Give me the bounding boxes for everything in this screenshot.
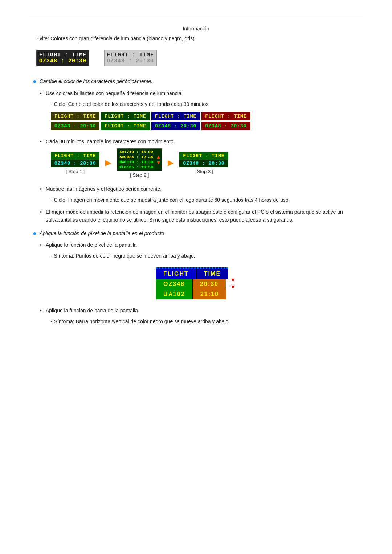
blue-dot-2-icon: ● bbox=[33, 230, 37, 237]
plain-bullet-5: Aplique la función de píxel de la pantal… bbox=[40, 241, 363, 249]
step-1-header: FLIGHT : TIME bbox=[51, 152, 99, 160]
pixel-header-flight: FLIGHT bbox=[156, 269, 196, 279]
step-3-data: OZ348 : 20:30 bbox=[179, 160, 228, 167]
pixel-header-row: FLIGHT TIME bbox=[156, 267, 228, 279]
dark-flight-display: FLIGHT : TIME OZ348 : 20:30 bbox=[36, 50, 89, 66]
step-1-display: FLIGHT : TIME OZ348 : 20:30 bbox=[51, 152, 99, 167]
pixel-data-row-2: UA102 21:10 bbox=[156, 289, 228, 299]
cycle-section: FLIGHT : TIME FLIGHT : TIME FLIGHT : TIM… bbox=[51, 112, 363, 130]
scroll-arrows: ▲ ▼ bbox=[156, 154, 161, 165]
bottom-rule bbox=[29, 340, 363, 340]
bullet-2-text: Aplique la función de píxel de la pantal… bbox=[40, 229, 164, 237]
step-3-display: FLIGHT : TIME OZ348 : 20:30 bbox=[179, 152, 228, 167]
cycle-header-1: FLIGHT : TIME bbox=[51, 112, 99, 120]
step-2-line-3: UA0110 : 13:30 bbox=[118, 160, 154, 165]
sub-text-4: - Síntoma: Barra horizontal/vertical de … bbox=[51, 317, 363, 325]
gray-display-data: OZ348 : 20:30 bbox=[107, 58, 154, 64]
sub-text-1: - Ciclo: Cambie el color de los caracter… bbox=[51, 100, 363, 108]
cycle-data-3: OZ348 : 20:30 bbox=[151, 122, 200, 130]
page-title: Información bbox=[29, 26, 363, 32]
plain-bullet-3: Muestre las imágenes y el logotipo perió… bbox=[40, 185, 363, 193]
pixel-display-section: FLIGHT TIME OZ348 20:30 UA102 21:10 ▼ ▼ bbox=[29, 267, 363, 299]
blue-bullet-2: ● Aplique la función de píxel de la pant… bbox=[33, 229, 363, 237]
gray-flight-display: FLIGHT : TIME OZ348 : 20:30 bbox=[104, 50, 157, 66]
cycle-header-4: FLIGHT : TIME bbox=[201, 112, 250, 120]
step-2-line-2: AA0025 : 12:35 bbox=[118, 155, 154, 160]
plain-bullet-1: Use colores brillantes con pequeña difer… bbox=[40, 89, 363, 97]
plain-bullet-4: El mejor modo de impedir la retención de… bbox=[40, 208, 363, 224]
step-2-content: KA1710 : 16:00 AA0025 : 12:35 UA0110 : 1… bbox=[118, 149, 154, 170]
steps-row: FLIGHT : TIME OZ348 : 20:30 [ Step 1 ] ►… bbox=[51, 148, 363, 178]
pixel-data-2110: 21:10 bbox=[193, 289, 226, 299]
plain-bullet-2: Cada 30 minutos, cambie los caracteres c… bbox=[40, 138, 363, 145]
down-arrow-2-icon: ▼ bbox=[230, 283, 236, 290]
pixel-with-arrow: FLIGHT TIME OZ348 20:30 UA102 21:10 ▼ ▼ bbox=[156, 267, 236, 299]
blue-bullet-1: ● Cambie el color de los caracteres peri… bbox=[33, 77, 363, 85]
step-2-label: [ Step 2 ] bbox=[117, 172, 162, 178]
page-container: Información Evite: Colores con gran dife… bbox=[0, 0, 392, 362]
cycle-headers-row: FLIGHT : TIME FLIGHT : TIME FLIGHT : TIM… bbox=[51, 112, 363, 120]
cycle-data-4: OZ348 : 20:30 bbox=[201, 122, 250, 130]
step-3-header: FLIGHT : TIME bbox=[179, 152, 228, 160]
pixel-data-2030: 20:30 bbox=[193, 279, 226, 289]
step-1-data: OZ348 : 20:30 bbox=[51, 160, 99, 167]
plain-bullet-6: Aplique la función de barra de la pantal… bbox=[40, 307, 363, 315]
bullet-1-text: Cambie el color de los caracteres periód… bbox=[40, 77, 152, 85]
dark-display-data: OZ348 : 20:30 bbox=[39, 58, 86, 64]
cycle-data-row: OZ348 : 20:30 FLIGHT : TIME OZ348 : 20:3… bbox=[51, 122, 363, 130]
pixel-header-time: TIME bbox=[197, 269, 228, 279]
pixel-data-ua102: UA102 bbox=[156, 289, 192, 299]
sub-text-3: - Síntoma: Puntos de color negro que se … bbox=[51, 252, 363, 260]
gray-display-header: FLIGHT : TIME bbox=[107, 52, 154, 58]
scroll-up-icon: ▲ bbox=[156, 154, 161, 160]
sub-text-2: - Ciclo: Imagen en movimiento que se mue… bbox=[51, 196, 363, 204]
intro-text: Evite: Colores con gran diferencia de lu… bbox=[36, 34, 363, 42]
top-rule bbox=[29, 15, 363, 15]
dark-display-header: FLIGHT : TIME bbox=[39, 52, 86, 58]
steps-section: FLIGHT : TIME OZ348 : 20:30 [ Step 1 ] ►… bbox=[51, 148, 363, 178]
cycle-data-1: OZ348 : 20:30 bbox=[51, 122, 99, 130]
comparison-row: FLIGHT : TIME OZ348 : 20:30 FLIGHT : TIM… bbox=[36, 50, 363, 66]
scroll-down-icon: ▼ bbox=[156, 160, 161, 165]
step-2-display: KA1710 : 16:00 AA0025 : 12:35 UA0110 : 1… bbox=[117, 148, 162, 171]
step-3-box: FLIGHT : TIME OZ348 : 20:30 [ Step 3 ] bbox=[179, 152, 228, 174]
arrow-2-icon: ► bbox=[166, 157, 176, 169]
cycle-data-2: FLIGHT : TIME bbox=[101, 122, 150, 130]
pixel-display: FLIGHT TIME OZ348 20:30 UA102 21:10 bbox=[156, 267, 228, 299]
step-1-label: [ Step 1 ] bbox=[51, 169, 99, 174]
down-arrow-1-icon: ▼ bbox=[230, 276, 236, 283]
cycle-header-2: FLIGHT : TIME bbox=[101, 112, 150, 120]
step-2-line-4: KL0105 : 19:50 bbox=[118, 165, 154, 170]
arrow-1-icon: ► bbox=[103, 157, 113, 169]
pixel-data-oz348: OZ348 bbox=[156, 279, 192, 289]
step-2-box: KA1710 : 16:00 AA0025 : 12:35 UA0110 : 1… bbox=[117, 148, 162, 178]
step-3-label: [ Step 3 ] bbox=[179, 169, 228, 174]
step-2-row: KA1710 : 16:00 AA0025 : 12:35 UA0110 : 1… bbox=[118, 149, 161, 170]
pixel-data-row-1: OZ348 20:30 bbox=[156, 279, 228, 289]
blue-dot-icon: ● bbox=[33, 78, 37, 85]
step-2-line-1: KA1710 : 16:00 bbox=[118, 149, 154, 155]
step-1-box: FLIGHT : TIME OZ348 : 20:30 [ Step 1 ] bbox=[51, 152, 99, 174]
down-arrows: ▼ ▼ bbox=[230, 276, 236, 290]
cycle-header-3: FLIGHT : TIME bbox=[151, 112, 200, 120]
